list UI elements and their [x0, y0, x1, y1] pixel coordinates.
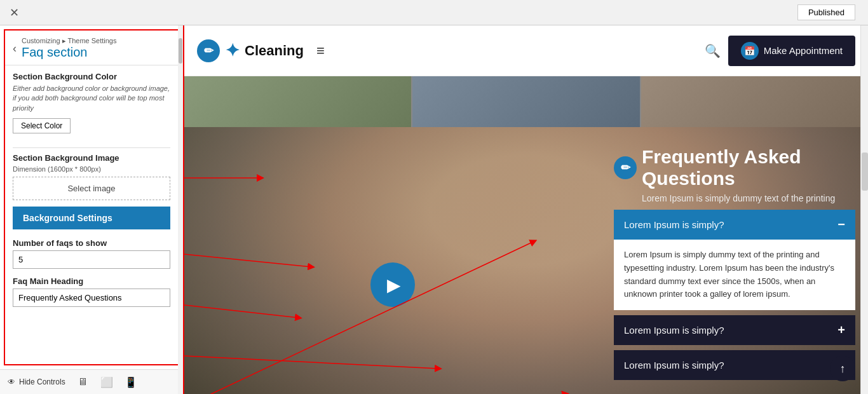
select-image-area[interactable]: Select image — [13, 177, 170, 200]
faq-heading-label: Faq Main Heading — [13, 276, 170, 286]
main-area: ‹ Customizing ▸ Theme Settings Faq secti… — [0, 25, 868, 394]
hero-img-2 — [412, 76, 639, 127]
faq-subtitle: Lorem Ipsum is simply dummy text of the … — [642, 193, 855, 203]
faq-body-1: Lorem Ipsum is simply dummy text of the … — [614, 240, 855, 310]
tablet-icon[interactable]: ⬜ — [100, 375, 114, 389]
faq-question-3: Lorem Ipsum is simply? — [624, 360, 724, 370]
make-appointment-button[interactable]: 📅 Make Appointment — [728, 36, 855, 66]
desktop-icon[interactable]: 🖥 — [76, 375, 90, 389]
accordion-icon-1: − — [837, 217, 845, 232]
scroll-up-button[interactable]: ↑ — [830, 356, 855, 381]
hero-img-3 — [641, 76, 868, 127]
left-panel: ‹ Customizing ▸ Theme Settings Faq secti… — [0, 25, 184, 394]
faq-title-text: Frequently Asked Questions — [642, 146, 855, 189]
faq-section-title: ✏ Frequently Asked Questions — [614, 146, 855, 189]
hero-img-1 — [184, 76, 411, 127]
site-logo: ✏ ✦ Cleaning — [197, 39, 304, 62]
faq-title-icon: ✏ — [614, 156, 637, 179]
faq-heading-area: ✏ Frequently Asked Questions Lorem Ipsum… — [614, 146, 855, 203]
background-settings-button[interactable]: Background Settings — [13, 207, 170, 229]
faq-header-1[interactable]: Lorem Ipsum is simply? − — [614, 210, 855, 240]
faq-header-3[interactable]: Lorem Ipsum is simply? + — [614, 350, 855, 380]
bg-color-desc: Either add background color or backgroun… — [13, 84, 170, 113]
play-button[interactable] — [370, 262, 415, 307]
calendar-icon: 📅 — [741, 42, 759, 60]
select-color-button[interactable]: Select Color — [13, 118, 71, 133]
site-header: ✏ ✦ Cleaning ≡ 🔍 📅 Make Appointment — [184, 25, 868, 76]
bg-image-label: Section Background Image — [13, 153, 170, 163]
close-icon[interactable]: ✕ — [6, 5, 22, 20]
faq-item-3: Lorem Ipsum is simply? + — [614, 350, 855, 380]
top-bar: ✕ Published — [0, 0, 868, 25]
faq-heading-input[interactable] — [13, 289, 170, 307]
faq-item-1: Lorem Ipsum is simply? − Lorem Ipsum is … — [614, 210, 855, 310]
num-faqs-label: Number of faqs to show — [13, 238, 170, 248]
panel-content: Section Background Color Either add back… — [5, 65, 178, 364]
panel-header: ‹ Customizing ▸ Theme Settings Faq secti… — [5, 31, 178, 65]
accordion-icon-2: + — [837, 323, 845, 337]
hide-controls-label: Hide Controls — [19, 377, 65, 386]
hamburger-icon[interactable]: ≡ — [316, 43, 325, 59]
logo-text: Cleaning — [245, 43, 304, 59]
faq-item-2: Lorem Ipsum is simply? + — [614, 315, 855, 345]
mobile-icon[interactable]: 📱 — [124, 375, 138, 389]
faq-right: ✏ Frequently Asked Questions Lorem Ipsum… — [601, 127, 868, 394]
published-button[interactable]: Published — [797, 4, 855, 20]
search-icon[interactable]: 🔍 — [705, 43, 721, 58]
sparkle-icon: ✦ — [225, 40, 240, 61]
dimension-label: Dimension (1600px * 800px) — [13, 165, 170, 173]
hide-controls-button[interactable]: 👁 Hide Controls — [8, 377, 65, 386]
left-panel-scrollbar[interactable] — [178, 25, 183, 394]
back-button[interactable]: ‹ — [13, 42, 17, 55]
header-right: 🔍 📅 Make Appointment — [705, 36, 855, 66]
preview-area: ✏ ✦ Cleaning ≡ 🔍 📅 Make Appointment — [184, 25, 868, 394]
eye-icon: 👁 — [8, 377, 15, 386]
panel-header-text: Customizing ▸ Theme Settings Faq section — [22, 37, 170, 60]
panel-footer: 👁 Hide Controls 🖥 ⬜ 📱 — [0, 369, 183, 394]
faq-section: ✏ Frequently Asked Questions Lorem Ipsum… — [184, 127, 868, 394]
scrollbar-thumb — [179, 38, 182, 64]
breadcrumb: Customizing ▸ Theme Settings — [22, 37, 170, 45]
faq-question-2: Lorem Ipsum is simply? — [624, 325, 724, 336]
left-panel-inner: ‹ Customizing ▸ Theme Settings Faq secti… — [4, 29, 179, 365]
num-faqs-input[interactable] — [13, 250, 170, 269]
faq-header-2[interactable]: Lorem Ipsum is simply? + — [614, 315, 855, 345]
faq-left — [184, 127, 601, 394]
bg-color-label: Section Background Color — [13, 72, 170, 81]
divider-1 — [13, 147, 170, 148]
logo-icon: ✏ — [197, 39, 220, 62]
panel-title: Faq section — [22, 45, 170, 60]
faq-question-1: Lorem Ipsum is simply? — [624, 219, 724, 230]
hero-strip — [184, 76, 868, 127]
appointment-label: Make Appointment — [764, 45, 843, 56]
